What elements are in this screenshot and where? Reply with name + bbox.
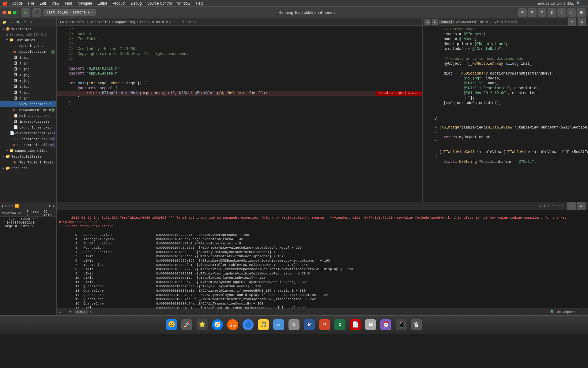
breadcrumb-part1[interactable]: TestTable1 — [66, 20, 86, 24]
debug-toolbar-icon[interactable]: ▶ — [2, 204, 4, 208]
debug-view-btn[interactable]: ⊡ — [49, 204, 51, 208]
breadcrumb-nav-back[interactable]: ◀ — [59, 20, 61, 24]
editor-layout-btn[interactable]: ⊟ — [528, 8, 537, 17]
sidebar-item-launchscreen[interactable]: 📄 LaunchScreen.xib — [0, 125, 56, 130]
debug-step-over[interactable]: ↷ — [5, 204, 7, 208]
sidebar-item-6jpg[interactable]: 🖼 6.jpg — [0, 84, 56, 90]
stop-button[interactable]: ⬛ — [32, 8, 41, 17]
sidebar-item-testfile[interactable]: m Tes Table 1 Tests — [0, 159, 56, 165]
dock-excel[interactable]: X — [333, 318, 347, 332]
debug-continue[interactable]: ⏩ — [15, 204, 19, 208]
thread-selector-scheme[interactable]: TestTable1 — [2, 212, 22, 215]
add-icon[interactable]: + — [59, 310, 61, 314]
status-collapse-icon[interactable]: ⊟ — [583, 310, 586, 314]
sidebar-filter-icon[interactable]: ☰ — [22, 20, 28, 25]
issue-navigator-btn[interactable]: ! — [557, 8, 566, 17]
dock-system-prefs[interactable]: ⚙ — [287, 318, 301, 332]
thread-selector-thread[interactable]: Thread 1 — [27, 210, 39, 217]
sidebar-item-images[interactable]: 🖼 Images.xcassets — [0, 119, 56, 125]
menubar-control-icon[interactable]: ☰ — [582, 1, 586, 5]
sidebar-item-tests-group[interactable]: ▼ 📁 TestTable1Tests — [0, 154, 56, 159]
sidebar-item-4jpg[interactable]: 🖼 4.jpg — [0, 72, 56, 78]
help-icon[interactable]: ? — [90, 310, 92, 314]
right-add-btn[interactable]: + — [568, 18, 576, 26]
right-code-view[interactable]: // Define keys images = @"Images"; name … — [423, 26, 588, 202]
menu-window[interactable]: Window — [175, 1, 193, 6]
breadcrumb-part2[interactable]: TestTable1 — [90, 20, 111, 24]
debug-step-out[interactable]: ↑ — [12, 204, 14, 208]
dock-itunes[interactable]: 🎵 — [257, 318, 270, 332]
sidebar-item-customtablecell-m[interactable]: m CustomTableCell.m A — [0, 142, 56, 148]
breadcrumb-part3[interactable]: Supporting Files — [115, 20, 148, 24]
dock-mission-control[interactable]: ⭐ — [195, 318, 209, 332]
sidebar-item-viewcontroller-h[interactable]: h ViewController.h — [0, 101, 56, 107]
code-editor[interactable]: // // main.m // TestTable1 // // Created… — [57, 26, 422, 202]
minimize-button[interactable] — [8, 11, 11, 14]
debug-item-argv[interactable]: ▶ argv = (char **) 0x7fff5b8f22f8 — [1, 218, 55, 224]
sidebar-item-appdelegate-h[interactable]: h AppDelegate.h — [0, 43, 56, 49]
sidebar-item-root[interactable]: ▼ 📦 TestTable1 — [0, 26, 56, 32]
console-filter-icon[interactable]: 🔍 — [550, 310, 555, 314]
menu-edit[interactable]: Edit — [37, 1, 48, 6]
console-expand-btn[interactable]: ⊡ — [577, 202, 586, 210]
menu-navigate[interactable]: Navigate — [75, 1, 94, 6]
breakpoint-btn[interactable]: ⬟ — [577, 8, 586, 17]
dock-chrome[interactable]: 🔵 — [241, 318, 255, 332]
dock-firefox[interactable]: 🦊 — [226, 318, 239, 332]
dock-imac[interactable]: 🖥 — [364, 318, 377, 332]
sidebar-add-icon[interactable]: + — [29, 20, 34, 25]
inspector-btn[interactable]: ◧ — [548, 8, 556, 17]
menu-view[interactable]: View — [49, 1, 62, 6]
sidebar-item-1jpg[interactable]: 🖼 1.jpg — [0, 55, 56, 60]
breadcrumb-part4[interactable]: m main.m — [152, 20, 168, 24]
breadcrumb-nav-fwd[interactable]: ▶ — [62, 20, 65, 24]
dock-acrobat[interactable]: 📄 — [349, 318, 362, 332]
maximize-button[interactable] — [13, 11, 17, 14]
menu-editor[interactable]: Editor — [95, 1, 110, 6]
menubar-search-icon[interactable]: 🔍 — [576, 1, 581, 5]
menu-source-control[interactable]: Source Control — [145, 1, 174, 6]
close-button[interactable] — [2, 11, 6, 14]
apple-icon[interactable]: 🍎 — [2, 1, 7, 6]
debug-navigator-btn[interactable]: ▷ — [567, 8, 576, 17]
right-nav-back[interactable]: ◀ — [424, 19, 431, 25]
debug-step-in[interactable]: ↓ — [8, 204, 10, 208]
status-expand-icon[interactable]: ⊡ — [578, 310, 580, 314]
sidebar-warning-icon[interactable]: ⚠ — [9, 20, 14, 25]
sidebar-item-mainstoryboard[interactable]: 📋 Main.storyboard — [0, 113, 56, 119]
menu-help[interactable]: Help — [193, 1, 206, 6]
filter-icon[interactable]: ☰ — [63, 310, 66, 314]
sidebar-item-supporting-files[interactable]: ▼ 📁 Supporting Files — [0, 148, 56, 154]
dock-iphone-simulator[interactable]: 📱 — [394, 318, 408, 332]
dock-launchpad[interactable]: 🚀 — [180, 318, 194, 332]
dock-powerpoint[interactable]: P — [318, 318, 331, 332]
sidebar-search-icon[interactable]: 🔍 — [15, 20, 21, 25]
menu-xcode[interactable]: Xcode — [10, 1, 25, 6]
dock-word[interactable]: W — [303, 318, 316, 332]
sidebar-folder-icon[interactable]: 📁 — [2, 20, 7, 25]
viewdidload-tab[interactable]: -viewDidLoad — [492, 20, 517, 24]
auto-label[interactable]: Auto ◇ — [74, 310, 88, 314]
sidebar-item-8jpg[interactable]: 🖼 8.jpg — [0, 95, 56, 101]
sidebar-item-customtablecell-h[interactable]: h CustomTableCell.h A — [0, 136, 56, 142]
sidebar-item-5jpg[interactable]: 🖼 5.jpg — [0, 78, 56, 84]
menu-find[interactable]: Find — [62, 1, 74, 6]
scheme-selector[interactable]: TestTable1 › iPhone 6 ▼ — [43, 9, 96, 16]
sidebar-item-3jpg[interactable]: 🖼 3.jpg — [0, 66, 56, 72]
console-clear-btn[interactable]: ✕ — [567, 202, 576, 210]
sidebar-item-customtablecell-xib[interactable]: 📄 CustomTableCell.xib A — [0, 130, 56, 136]
sidebar-item-appdelegate-m[interactable]: m AppDelegate.m M — [0, 49, 56, 55]
dock-finder[interactable]: 😊 — [165, 318, 178, 332]
menu-debug[interactable]: Debug — [128, 1, 144, 6]
dock-safari[interactable]: 🧭 — [211, 318, 224, 332]
viewcontroller-tab[interactable]: ViewController.m — [456, 20, 488, 24]
debug-stack-btn[interactable]: ≡ — [52, 204, 55, 208]
menu-file[interactable]: File — [26, 1, 36, 6]
manual-btn[interactable]: Manual — [439, 20, 454, 24]
run-button[interactable]: ▶ — [21, 8, 30, 17]
assistant-btn[interactable]: ⊠ — [538, 8, 546, 17]
right-close-btn[interactable]: ✕ — [578, 18, 586, 26]
issue-icon[interactable]: ⚑ — [69, 310, 72, 314]
sidebar-toggle-btn[interactable]: ⊞ — [518, 8, 527, 17]
dock-trash[interactable]: 🗑 — [410, 318, 423, 332]
